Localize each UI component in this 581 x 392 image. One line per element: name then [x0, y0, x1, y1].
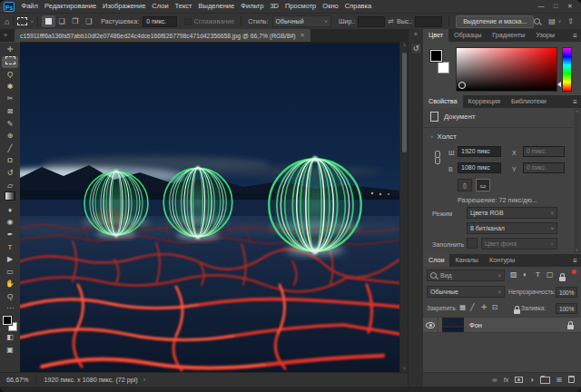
- chevron-down-icon[interactable]: ˅: [430, 134, 434, 140]
- layer-fill-input[interactable]: 100%: [556, 303, 577, 314]
- dodge-tool[interactable]: ◉: [2, 216, 18, 229]
- screen-mode-button[interactable]: ▣: [2, 344, 18, 357]
- background-color-swatch[interactable]: [438, 62, 449, 74]
- history-panel-icon[interactable]: ↺: [410, 43, 422, 54]
- rectangle-tool[interactable]: ▭: [2, 266, 18, 279]
- quick-selection-tool[interactable]: ✱: [2, 81, 18, 93]
- frame-tool[interactable]: ⊠: [2, 105, 18, 118]
- tab-patterns[interactable]: Узоры: [530, 29, 560, 42]
- history-brush-tool[interactable]: ↺: [2, 167, 18, 180]
- tool-preset-chip[interactable]: ˅: [17, 17, 34, 25]
- add-mask-icon[interactable]: [515, 377, 523, 383]
- lasso-tool[interactable]: Ϙ: [2, 68, 18, 81]
- double-right-icon[interactable]: »: [4, 32, 7, 38]
- subtract-selection-mode-button[interactable]: ❐: [69, 15, 83, 27]
- link-layers-icon[interactable]: ∞: [492, 376, 497, 384]
- color-cursor[interactable]: [458, 82, 466, 89]
- canvas-height-input[interactable]: 1080 пикс: [458, 162, 501, 173]
- tab-gradients[interactable]: Градиенты: [487, 29, 530, 42]
- clone-stamp-tool[interactable]: Ω: [2, 154, 18, 167]
- adjustment-layer-icon[interactable]: ◑: [529, 376, 534, 384]
- maximize-button[interactable]: □: [548, 0, 563, 13]
- pen-tool[interactable]: ✒: [2, 229, 18, 241]
- style-select[interactable]: Обычный ˅: [272, 15, 331, 27]
- menu-image[interactable]: Изображение: [100, 0, 149, 13]
- crop-tool[interactable]: ✂: [2, 93, 18, 105]
- lock-all-icon[interactable]: [514, 309, 520, 314]
- properties-scrollbar[interactable]: ˄ ˅: [574, 109, 580, 253]
- zoom-level-field[interactable]: 66,67%: [6, 376, 28, 384]
- status-options-icon[interactable]: ›: [143, 376, 145, 384]
- close-button[interactable]: ✕: [563, 0, 577, 13]
- workspace-icon[interactable]: ▤: [548, 17, 556, 25]
- fill-checkbox[interactable]: [467, 238, 478, 249]
- foreground-color-swatch[interactable]: [3, 316, 12, 325]
- tab-properties[interactable]: Свойства: [423, 95, 463, 108]
- layer-locked-icon[interactable]: [567, 325, 574, 329]
- menu-type[interactable]: Текст: [172, 0, 195, 13]
- scroll-up-icon[interactable]: ˄: [576, 109, 578, 114]
- layer-thumbnail[interactable]: [442, 318, 464, 332]
- layer-filter-select[interactable]: Вид ˅: [427, 270, 505, 281]
- move-tool[interactable]: ✛: [2, 44, 18, 56]
- hue-slider[interactable]: [562, 47, 572, 92]
- link-dimensions-icon[interactable]: [434, 151, 440, 164]
- new-layer-icon[interactable]: ⊞: [556, 376, 562, 384]
- panel-menu-icon[interactable]: ≡: [573, 98, 577, 106]
- delete-layer-icon[interactable]: [568, 376, 575, 383]
- y-position-input[interactable]: 0 пикс.: [523, 162, 565, 173]
- panel-menu-icon[interactable]: ≡: [573, 257, 577, 265]
- tab-libraries[interactable]: Библиотеки: [506, 95, 552, 108]
- tab-close-icon[interactable]: ✕: [300, 32, 305, 39]
- width-input[interactable]: [358, 16, 385, 27]
- bit-depth-select[interactable]: 8 бит/канал ˅: [467, 222, 557, 234]
- document-tab[interactable]: c15911fff6a136fa57abb10df2e07486ed24c4dc…: [15, 29, 310, 42]
- tab-layers[interactable]: Слои: [423, 254, 449, 267]
- landscape-orientation-button[interactable]: ▭: [476, 179, 490, 191]
- tab-paths[interactable]: Контуры: [484, 254, 520, 267]
- canvas-image[interactable]: [20, 44, 399, 372]
- zoom-tool[interactable]: Q: [2, 290, 18, 303]
- new-selection-mode-button[interactable]: [42, 15, 55, 27]
- panel-menu-icon[interactable]: ≡: [573, 32, 577, 40]
- eyedropper-tool[interactable]: ✎: [2, 118, 18, 131]
- tab-swatches[interactable]: Образцы: [448, 29, 487, 42]
- rectangular-marquee-tool[interactable]: [2, 56, 18, 69]
- color-mode-select[interactable]: Цвета RGB ˅: [467, 207, 557, 219]
- healing-brush-tool[interactable]: ⊕: [2, 130, 18, 142]
- canvas-vertical-scrollbar[interactable]: ˄ ˅: [399, 42, 408, 372]
- path-selection-tool[interactable]: ▶: [2, 253, 18, 266]
- filter-smart-objects-icon[interactable]: [559, 277, 566, 281]
- scrollbar-thumb[interactable]: [402, 53, 407, 152]
- add-selection-mode-button[interactable]: ❏: [55, 15, 69, 27]
- gradient-tool[interactable]: [2, 191, 18, 204]
- opacity-input[interactable]: 100%: [556, 287, 577, 298]
- foreground-color-swatch[interactable]: [430, 50, 442, 62]
- filter-toggle-icon[interactable]: [572, 270, 576, 274]
- select-and-mask-button[interactable]: Выделение и маска...: [456, 15, 534, 28]
- menu-select[interactable]: Выделение: [195, 0, 238, 13]
- tab-adjustments[interactable]: Коррекция: [463, 95, 506, 108]
- hand-tool[interactable]: ✋: [2, 278, 18, 290]
- tab-channels[interactable]: Каналы: [449, 254, 484, 267]
- quick-mask-button[interactable]: ◧: [2, 331, 18, 344]
- menu-window[interactable]: Окно: [320, 0, 341, 13]
- feather-input[interactable]: 0 пикс.: [143, 16, 177, 27]
- color-field[interactable]: [456, 47, 557, 92]
- layer-visibility-toggle[interactable]: [423, 318, 438, 332]
- menu-filter[interactable]: Фильтр: [238, 0, 267, 13]
- swap-dimensions-icon[interactable]: ⇄: [388, 17, 394, 25]
- new-group-icon[interactable]: [540, 377, 550, 384]
- menu-file[interactable]: Файл: [18, 0, 41, 13]
- lock-transparency-icon[interactable]: ▦: [459, 303, 466, 311]
- canvas-area[interactable]: [20, 42, 399, 372]
- lock-artboard-icon[interactable]: ⊡: [492, 303, 497, 311]
- layer-effects-icon[interactable]: fx: [504, 377, 508, 383]
- lock-pixels-icon[interactable]: ╱: [470, 303, 475, 311]
- x-position-input[interactable]: 0 пикс.: [523, 146, 565, 157]
- filter-shape-layers-icon[interactable]: ▢: [547, 270, 554, 279]
- smoothing-checkbox[interactable]: [184, 18, 192, 25]
- filter-type-layers-icon[interactable]: T: [536, 270, 540, 279]
- filter-adjustment-layers-icon[interactable]: ◐: [523, 270, 527, 279]
- home-icon[interactable]: ⌂: [5, 17, 9, 26]
